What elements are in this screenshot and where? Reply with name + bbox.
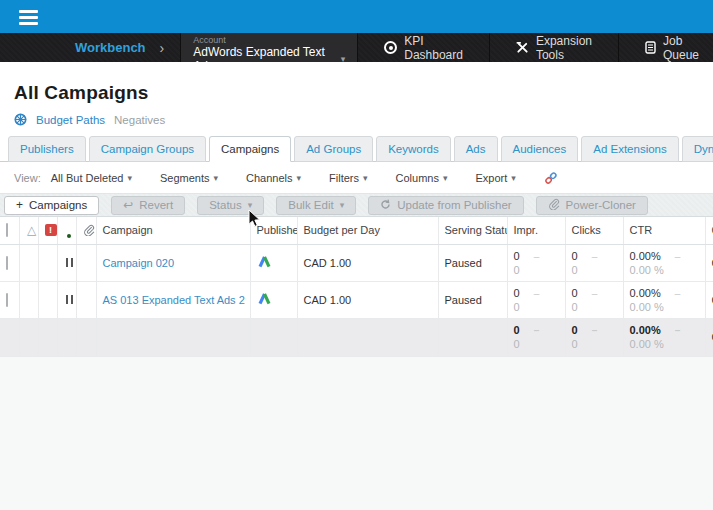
tab-audiences[interactable]: Audiences bbox=[501, 136, 579, 162]
table-row: AS 013 Expanded Text Ads 2 CAD 1.00 Paus… bbox=[0, 281, 713, 318]
export-dropdown[interactable]: Export bbox=[476, 172, 516, 184]
adwords-icon bbox=[257, 254, 272, 269]
status-button[interactable]: Status bbox=[197, 196, 264, 215]
power-links-icon[interactable] bbox=[544, 171, 558, 185]
tab-publishers[interactable]: Publishers bbox=[8, 136, 86, 162]
view-dropdown-value: All But Deleted bbox=[51, 172, 124, 184]
error-icon[interactable]: ! bbox=[45, 224, 57, 236]
export-label: Export bbox=[476, 172, 508, 184]
account-selector[interactable]: Account AdWords Expanded Text Ads bbox=[180, 33, 358, 62]
tab-ads[interactable]: Ads bbox=[454, 136, 498, 162]
plus-icon: + bbox=[16, 199, 23, 211]
view-label: View: bbox=[14, 172, 41, 184]
add-campaigns-button[interactable]: + Campaigns bbox=[4, 196, 99, 215]
totals-impr-cell: 0– 0 bbox=[507, 318, 565, 356]
column-header-campaign[interactable]: Campaign bbox=[96, 217, 250, 244]
chevron-down-icon bbox=[297, 173, 302, 183]
clicks-cell: 0– 0 bbox=[565, 281, 623, 318]
chevron-down-icon bbox=[248, 200, 253, 210]
view-dropdown[interactable]: All But Deleted bbox=[51, 172, 132, 184]
negatives-link[interactable]: Negatives bbox=[114, 114, 165, 126]
chevron-down-icon bbox=[340, 200, 345, 210]
status-label: Status bbox=[209, 199, 242, 211]
filters-dropdown[interactable]: Filters bbox=[329, 172, 367, 184]
job-queue-icon bbox=[645, 41, 656, 54]
page-title: All Campaigns bbox=[14, 82, 699, 104]
revert-label: Revert bbox=[139, 199, 173, 211]
nav-job-queue[interactable]: Job Queue bbox=[619, 33, 713, 62]
channels-label: Channels bbox=[246, 172, 292, 184]
column-header-serving-status[interactable]: Serving Status bbox=[438, 217, 507, 244]
chevron-right-icon: › bbox=[160, 33, 181, 62]
account-value: AdWords Expanded Text Ads bbox=[193, 45, 332, 73]
bulk-edit-label: Bulk Edit bbox=[288, 199, 333, 211]
chevron-down-icon bbox=[214, 173, 219, 183]
columns-label: Columns bbox=[396, 172, 439, 184]
brand-workbench[interactable]: Workbench bbox=[0, 33, 160, 62]
column-header-impr[interactable]: Impr. bbox=[507, 217, 565, 244]
column-header-ctr[interactable]: CTR bbox=[623, 217, 705, 244]
refresh-icon bbox=[380, 199, 391, 212]
segments-label: Segments bbox=[160, 172, 210, 184]
column-header-publisher[interactable]: Publisher bbox=[250, 217, 297, 244]
table-header-row: △ ! Campaign Publisher Budget per Day Se… bbox=[0, 217, 713, 244]
serving-status-cell: Paused bbox=[438, 244, 507, 281]
campaigns-table: △ ! Campaign Publisher Budget per Day Se… bbox=[0, 217, 713, 357]
totals-clicks-cell: 0– 0 bbox=[565, 318, 623, 356]
nav-expansion-tools[interactable]: Expansion Tools bbox=[490, 33, 619, 62]
nav-kpi-dashboard[interactable]: KPI Dashboard bbox=[358, 33, 490, 62]
select-all-checkbox[interactable] bbox=[6, 223, 8, 237]
power-cloner-button[interactable]: Power-Cloner bbox=[536, 196, 648, 215]
hamburger-menu-icon[interactable] bbox=[19, 10, 38, 28]
channels-dropdown[interactable]: Channels bbox=[246, 172, 301, 184]
column-header-clicks[interactable]: Clicks bbox=[565, 217, 623, 244]
paperclip-icon[interactable] bbox=[83, 224, 96, 236]
chevron-down-icon bbox=[127, 173, 132, 183]
segments-dropdown[interactable]: Segments bbox=[160, 172, 218, 184]
tab-ad-groups[interactable]: Ad Groups bbox=[294, 136, 373, 162]
view-bar: View: All But Deleted Segments Channels … bbox=[0, 162, 713, 193]
ctr-cell: 0.00%– 0.00 % bbox=[623, 244, 705, 281]
nav-item-label: KPI Dashboard bbox=[404, 34, 463, 62]
bulk-edit-button[interactable]: Bulk Edit bbox=[276, 196, 356, 215]
chevron-down-icon bbox=[341, 52, 346, 66]
kpi-dashboard-icon bbox=[384, 41, 397, 54]
paused-icon bbox=[64, 258, 76, 267]
entity-tabs: Publishers Campaign Groups Campaigns Ad … bbox=[0, 136, 713, 162]
clicks-cell: 0– 0 bbox=[565, 244, 623, 281]
revert-arrow-icon: ↩ bbox=[123, 199, 133, 211]
budget-cell: CAD 1.00 bbox=[297, 244, 438, 281]
ctr-cell: 0.00%– 0.00 % bbox=[623, 281, 705, 318]
tab-campaigns[interactable]: Campaigns bbox=[209, 136, 291, 162]
tab-campaign-groups[interactable]: Campaign Groups bbox=[89, 136, 206, 162]
main-navbar: Workbench › Account AdWords Expanded Tex… bbox=[0, 33, 713, 62]
totals-cost-cell: C bbox=[705, 318, 713, 356]
page-content: All Campaigns Budget Paths Negatives Pub… bbox=[0, 62, 713, 357]
chevron-down-icon bbox=[363, 173, 368, 183]
update-from-publisher-button[interactable]: Update from Publisher bbox=[368, 196, 523, 215]
column-header-budget[interactable]: Budget per Day bbox=[297, 217, 438, 244]
revert-button[interactable]: ↩ Revert bbox=[111, 196, 185, 215]
columns-dropdown[interactable]: Columns bbox=[396, 172, 448, 184]
chevron-down-icon bbox=[443, 173, 448, 183]
add-campaigns-label: Campaigns bbox=[29, 199, 87, 211]
workbench-app: Workbench › Account AdWords Expanded Tex… bbox=[0, 0, 713, 510]
column-header-cost[interactable]: Cost bbox=[705, 217, 713, 244]
budget-paths-link[interactable]: Budget Paths bbox=[36, 114, 105, 126]
nav-item-label: Job Queue bbox=[663, 34, 699, 62]
campaign-link[interactable]: Campaign 020 bbox=[103, 257, 175, 269]
cost-cell: CAD bbox=[705, 281, 713, 318]
topbar bbox=[0, 0, 713, 33]
paperclip-icon bbox=[548, 198, 560, 212]
paused-icon bbox=[64, 295, 76, 304]
tab-dynamic-ad-targets[interactable]: Dynamic Ad Targets bbox=[682, 136, 713, 162]
nav-item-label: Expansion Tools bbox=[536, 34, 592, 62]
filters-label: Filters bbox=[329, 172, 359, 184]
warning-triangle-icon[interactable]: △ bbox=[26, 223, 38, 237]
row-checkbox[interactable] bbox=[6, 256, 8, 270]
row-checkbox[interactable] bbox=[6, 293, 8, 307]
tab-ad-extensions[interactable]: Ad Extensions bbox=[581, 136, 679, 162]
campaign-link[interactable]: AS 013 Expanded Text Ads 2 bbox=[103, 294, 245, 306]
power-cloner-label: Power-Cloner bbox=[566, 199, 636, 211]
tab-keywords[interactable]: Keywords bbox=[376, 136, 451, 162]
